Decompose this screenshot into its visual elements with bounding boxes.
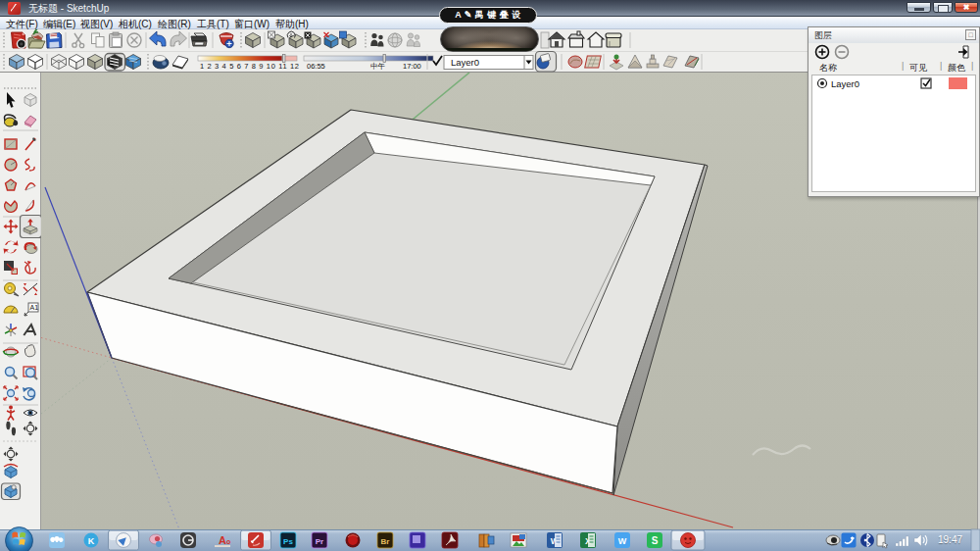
- svg-text:1 2 3 4 5 6 7 8 9 10 11 12: 1 2 3 4 5 6 7 8 9 10 11 12: [200, 62, 299, 71]
- svg-text:o: o: [226, 538, 230, 545]
- svg-text:Layer0: Layer0: [451, 57, 479, 68]
- svg-text:Pr: Pr: [316, 537, 323, 546]
- svg-text:K: K: [88, 536, 95, 546]
- svg-text:S: S: [652, 535, 659, 546]
- svg-text:Layer0: Layer0: [831, 78, 859, 89]
- svg-text:中午: 中午: [370, 62, 386, 71]
- svg-text:06:55: 06:55: [307, 62, 325, 71]
- svg-text:Ps: Ps: [283, 537, 293, 546]
- svg-text:17:00: 17:00: [403, 62, 421, 71]
- svg-text:A1: A1: [30, 304, 39, 311]
- svg-text:A: A: [219, 534, 226, 546]
- svg-text:Br: Br: [381, 537, 390, 546]
- svg-text:W: W: [618, 536, 627, 546]
